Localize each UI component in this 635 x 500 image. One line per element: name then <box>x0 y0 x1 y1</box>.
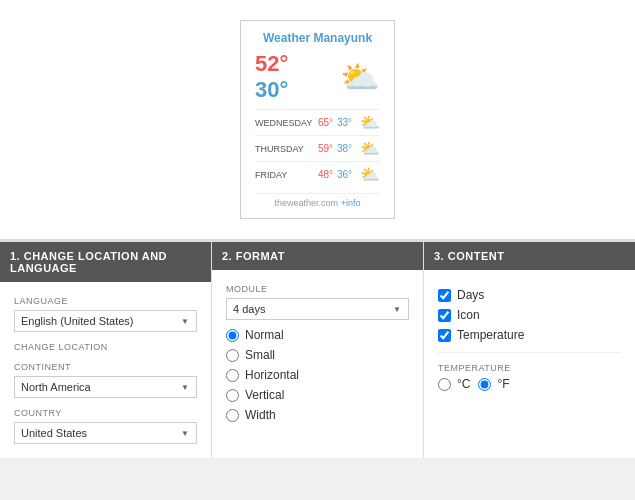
forecast-icon: ⛅ <box>360 139 380 158</box>
forecast-low: 38° <box>337 143 352 154</box>
module-label: MODULE <box>226 284 409 294</box>
continent-label: CONTINENT <box>14 362 197 372</box>
forecast-icon: ⛅ <box>360 165 380 184</box>
today-high: 52° <box>255 51 288 77</box>
forecast-row: WEDNESDAY 65° 33° ⛅ <box>255 109 380 135</box>
forecast-temps: 65° 33° <box>318 117 352 128</box>
format-width-label: Width <box>245 408 276 422</box>
format-vertical[interactable]: Vertical <box>226 388 409 402</box>
format-horizontal[interactable]: Horizontal <box>226 368 409 382</box>
settings-panel: 1. CHANGE LOCATION AND LANGUAGE LANGUAGE… <box>0 239 635 458</box>
continent-select[interactable]: North America <box>14 376 197 398</box>
section-format: 2. FORMAT MODULE 4 days 1 day 3 days 5 d… <box>211 242 423 458</box>
checkbox-temperature-input[interactable] <box>438 329 451 342</box>
format-horizontal-radio[interactable] <box>226 369 239 382</box>
forecast-temps: 48° 36° <box>318 169 352 180</box>
forecast-row: FRIDAY 48° 36° ⛅ <box>255 161 380 187</box>
country-select[interactable]: United States <box>14 422 197 444</box>
forecast-day: THURSDAY <box>255 144 310 154</box>
weather-title: Weather Manayunk <box>255 31 380 45</box>
continent-select-wrapper[interactable]: North America <box>14 376 197 398</box>
format-width-radio[interactable] <box>226 409 239 422</box>
checkbox-temperature-label: Temperature <box>457 328 524 342</box>
today-low: 30° <box>255 77 288 103</box>
language-select-wrapper[interactable]: English (United States) <box>14 310 197 332</box>
temp-celsius-radio[interactable] <box>438 378 451 391</box>
checkbox-days[interactable]: Days <box>438 288 621 302</box>
content-checkboxes: Days Icon Temperature <box>438 284 621 342</box>
checkbox-temperature[interactable]: Temperature <box>438 328 621 342</box>
temp-unit-row: °C °F <box>438 377 621 391</box>
forecast-icon: ⛅ <box>360 113 380 132</box>
temp-fahrenheit-label: °F <box>497 377 509 391</box>
forecast-temps: 59° 38° <box>318 143 352 154</box>
module-select-wrapper[interactable]: 4 days 1 day 3 days 5 days <box>226 298 409 320</box>
temp-celsius-label: °C <box>457 377 470 391</box>
section-content: 3. CONTENT Days Icon Temperature TEMPERA… <box>423 242 635 458</box>
temp-fahrenheit-radio[interactable] <box>478 378 491 391</box>
weather-info-link[interactable]: +info <box>341 198 361 208</box>
checkbox-days-input[interactable] <box>438 289 451 302</box>
format-small-radio[interactable] <box>226 349 239 362</box>
weather-area: Weather Manayunk 52° 30° ⛅ WEDNESDAY 65°… <box>0 0 635 239</box>
weather-footer: theweather.com +info <box>255 193 380 208</box>
format-small-label: Small <box>245 348 275 362</box>
temp-celsius[interactable]: °C <box>438 377 470 391</box>
forecast-low: 36° <box>337 169 352 180</box>
format-normal-radio[interactable] <box>226 329 239 342</box>
weather-widget: Weather Manayunk 52° 30° ⛅ WEDNESDAY 65°… <box>240 20 395 219</box>
language-select[interactable]: English (United States) <box>14 310 197 332</box>
forecast-high: 59° <box>318 143 333 154</box>
section1-header: 1. CHANGE LOCATION AND LANGUAGE <box>0 242 211 282</box>
weather-today: 52° 30° ⛅ <box>255 51 380 103</box>
today-icon: ⛅ <box>340 58 380 96</box>
checkbox-days-label: Days <box>457 288 484 302</box>
country-label: COUNTRY <box>14 408 197 418</box>
language-label: LANGUAGE <box>14 296 197 306</box>
section-location-language: 1. CHANGE LOCATION AND LANGUAGE LANGUAGE… <box>0 242 211 458</box>
module-select[interactable]: 4 days 1 day 3 days 5 days <box>226 298 409 320</box>
forecast-day: FRIDAY <box>255 170 310 180</box>
format-horizontal-label: Horizontal <box>245 368 299 382</box>
temperature-unit-label: TEMPERATURE <box>438 363 621 373</box>
change-location-label: CHANGE LOCATION <box>14 342 197 352</box>
format-small[interactable]: Small <box>226 348 409 362</box>
forecast-high: 48° <box>318 169 333 180</box>
divider <box>438 352 621 353</box>
weather-source: theweather.com <box>275 198 339 208</box>
country-select-wrapper[interactable]: United States <box>14 422 197 444</box>
checkbox-icon[interactable]: Icon <box>438 308 621 322</box>
checkbox-icon-input[interactable] <box>438 309 451 322</box>
format-vertical-label: Vertical <box>245 388 284 402</box>
today-temps: 52° 30° <box>255 51 288 103</box>
format-radio-group: Normal Small Horizontal Vertical Width <box>226 328 409 422</box>
forecast-high: 65° <box>318 117 333 128</box>
format-vertical-radio[interactable] <box>226 389 239 402</box>
forecast-row: THURSDAY 59° 38° ⛅ <box>255 135 380 161</box>
temp-fahrenheit[interactable]: °F <box>478 377 509 391</box>
format-normal-label: Normal <box>245 328 284 342</box>
section2-header: 2. FORMAT <box>212 242 423 270</box>
format-width[interactable]: Width <box>226 408 409 422</box>
forecast-low: 33° <box>337 117 352 128</box>
checkbox-icon-label: Icon <box>457 308 480 322</box>
section3-header: 3. CONTENT <box>424 242 635 270</box>
forecast-rows: WEDNESDAY 65° 33° ⛅ THURSDAY 59° 38° ⛅ F… <box>255 109 380 187</box>
format-normal[interactable]: Normal <box>226 328 409 342</box>
forecast-day: WEDNESDAY <box>255 118 310 128</box>
